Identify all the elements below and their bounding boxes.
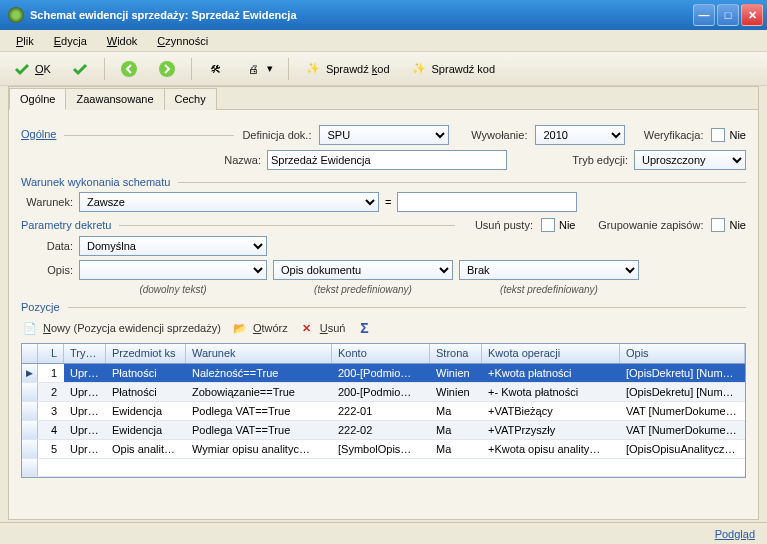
data-select[interactable]: Domyślna xyxy=(79,236,267,256)
opis-label: Opis: xyxy=(21,264,73,276)
usun-checkbox[interactable]: Nie xyxy=(541,218,576,232)
menu-edycja[interactable]: Edycja xyxy=(46,33,95,49)
usun-button[interactable]: ✕ Usuń xyxy=(298,319,346,337)
nazwa-label: Nazwa: xyxy=(209,154,261,166)
nazwa-input[interactable] xyxy=(267,150,507,170)
new-document-icon: 📄 xyxy=(21,319,39,337)
weryfikacja-label: Weryfikacja: xyxy=(633,129,703,141)
tools-button[interactable]: 🛠 xyxy=(200,56,232,82)
wand-icon: ✨ xyxy=(410,60,428,78)
sigma-icon: Σ xyxy=(355,319,373,337)
maximize-button[interactable]: □ xyxy=(717,4,739,26)
tryb-label: Tryb edycji: xyxy=(560,154,628,166)
menu-widok[interactable]: Widok xyxy=(99,33,146,49)
open-icon: 📂 xyxy=(231,319,249,337)
ok-button[interactable]: OK xyxy=(6,56,58,82)
app-icon xyxy=(8,7,24,23)
opis2-select[interactable]: Opis dokumentu xyxy=(273,260,453,280)
usun-label: Usuń pusty: xyxy=(463,219,533,231)
opis2-hint: (tekst predefiniowany) xyxy=(273,284,453,295)
otworz-button[interactable]: 📂 Otwórz xyxy=(231,319,288,337)
opis3-select[interactable]: Brak xyxy=(459,260,639,280)
col-warunek[interactable]: Warunek xyxy=(186,344,332,363)
tab-cechy[interactable]: Cechy xyxy=(164,88,217,110)
tryb-select[interactable]: Uproszczony xyxy=(634,150,746,170)
col-opis[interactable]: Opis xyxy=(620,344,745,363)
def-dok-select[interactable]: SPU xyxy=(319,125,449,145)
check-green-icon xyxy=(71,60,89,78)
warunek-select[interactable]: Zawsze xyxy=(79,192,379,212)
menu-plik[interactable]: Plik xyxy=(8,33,42,49)
forward-button[interactable] xyxy=(151,56,183,82)
grup-checkbox[interactable]: Nie xyxy=(711,218,746,232)
wand-icon: ✨ xyxy=(304,60,322,78)
pozycje-group-label: Pozycje xyxy=(21,301,60,313)
col-strona[interactable]: Strona xyxy=(430,344,482,363)
table-row[interactable]: 3Upr…EwidencjaPodlega VAT==True222-01Ma+… xyxy=(22,402,745,421)
equals-label: = xyxy=(385,196,391,208)
wywolanie-label: Wywołanie: xyxy=(457,129,527,141)
warunek-value-input[interactable] xyxy=(397,192,577,212)
check-green-icon xyxy=(13,60,31,78)
arrow-left-icon xyxy=(120,60,138,78)
grup-label: Grupowanie zapisów: xyxy=(583,219,703,231)
close-button[interactable]: ✕ xyxy=(741,4,763,26)
col-l[interactable]: L xyxy=(38,344,64,363)
sprawdz-kod-button[interactable]: ✨ Sprawdź kod xyxy=(297,56,397,82)
warunek-group-label: Warunek wykonania schematu xyxy=(21,176,170,188)
arrow-right-icon xyxy=(158,60,176,78)
nowy-button[interactable]: 📄 Nowy (Pozycja ewidencji sprzedaży) xyxy=(21,319,221,337)
parametry-group-label: Parametry dekretu xyxy=(21,219,111,231)
printer-icon: 🖨 xyxy=(245,60,263,78)
col-kwota[interactable]: Kwota operacji xyxy=(482,344,620,363)
data-label: Data: xyxy=(21,240,73,252)
svg-point-1 xyxy=(159,61,175,77)
col-przedmiot[interactable]: Przedmiot ks xyxy=(106,344,186,363)
sum-button[interactable]: Σ xyxy=(355,319,373,337)
col-tryb[interactable]: Tryb ▸ xyxy=(64,344,106,363)
opis3-hint: (tekst predefiniowany) xyxy=(459,284,639,295)
table-row[interactable]: 2Upr…PłatnościZobowiązanie==True200-[Pod… xyxy=(22,383,745,402)
print-button[interactable]: 🖨▾ xyxy=(238,56,280,82)
menu-czynnosci[interactable]: Czynności xyxy=(149,33,216,49)
col-konto[interactable]: Konto xyxy=(332,344,430,363)
def-dok-label: Definicja dok.: xyxy=(242,129,311,141)
delete-x-icon: ✕ xyxy=(298,319,316,337)
window-title: Schemat ewidencji sprzedaży: Sprzedaż Ew… xyxy=(30,9,693,21)
warunek-label: Warunek: xyxy=(21,196,73,208)
tools-icon: 🛠 xyxy=(207,60,225,78)
opis1-hint: (dowolny tekst) xyxy=(79,284,267,295)
wywolanie-select[interactable]: 2010 xyxy=(535,125,625,145)
grid: L Tryb ▸ Przedmiot ks Warunek Konto Stro… xyxy=(21,343,746,478)
tab-zaawansowane[interactable]: Zaawansowane xyxy=(65,88,164,110)
table-row[interactable]: ▶1Upr…PłatnościNależność==True200-[Podmi… xyxy=(22,364,745,383)
back-button[interactable] xyxy=(113,56,145,82)
apply-button[interactable] xyxy=(64,56,96,82)
tab-ogolne[interactable]: Ogólne xyxy=(9,88,66,110)
sprawdz-kod-button-2[interactable]: ✨ Sprawdź kod xyxy=(403,56,503,82)
podglad-link[interactable]: Podgląd xyxy=(715,528,755,540)
opis1-select[interactable] xyxy=(79,260,267,280)
table-row[interactable]: 4Upr…EwidencjaPodlega VAT==True222-02Ma+… xyxy=(22,421,745,440)
table-row[interactable]: 5Upr…Opis analit…Wymiar opisu analityc…[… xyxy=(22,440,745,459)
minimize-button[interactable]: — xyxy=(693,4,715,26)
weryfikacja-checkbox[interactable]: Nie xyxy=(711,128,746,142)
group-ogolne-link[interactable]: Ogólne xyxy=(21,128,56,142)
svg-point-0 xyxy=(121,61,137,77)
